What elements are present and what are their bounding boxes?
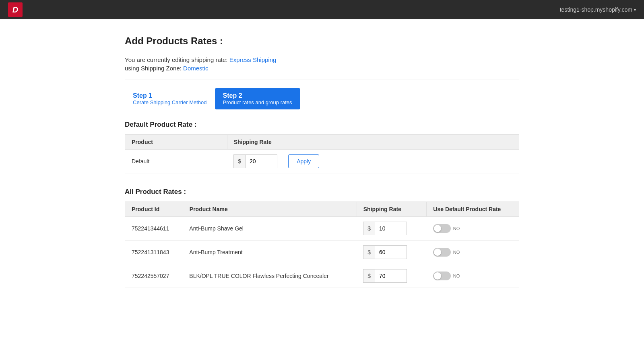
use-default-cell: NO — [427, 264, 519, 288]
default-table-header-row: Product Shipping Rate — [125, 135, 519, 150]
product-id-cell: 752241311843 — [125, 241, 183, 264]
product-name-cell: Anti-Bump Shave Gel — [183, 217, 357, 241]
product-rate-input-group: $ — [363, 222, 411, 235]
store-name-label: testing1-shop.myshopify.com — [560, 6, 632, 13]
product-rate-cell: $ — [357, 264, 427, 288]
divider — [125, 80, 519, 80]
default-rate-row: Default $ Apply — [125, 150, 519, 173]
toggle-label-0: NO — [453, 226, 460, 231]
col-shipping-rate: Shipping Rate — [357, 202, 427, 217]
toggle-0[interactable] — [433, 224, 451, 233]
product-rate-input-2[interactable] — [375, 269, 407, 283]
all-rates-header-row: Product Id Product Name Shipping Rate Us… — [125, 202, 519, 217]
toggle-label-2: NO — [453, 274, 460, 278]
default-col-product: Product — [125, 135, 227, 150]
product-name-cell: Anti-Bump Treatment — [183, 241, 357, 264]
toggle-2[interactable] — [433, 272, 451, 280]
zone-line: using Shipping Zone: Domestic — [125, 65, 519, 72]
step-1-label: Step 1 — [133, 92, 207, 99]
toggle-1[interactable] — [433, 248, 451, 257]
toggle-thumb-1 — [434, 249, 441, 256]
toggle-thumb-0 — [434, 225, 441, 232]
use-default-cell: NO — [427, 241, 519, 264]
toggle-container-1: NO — [433, 248, 512, 257]
product-id-cell: 752242557027 — [125, 264, 183, 288]
currency-prefix-1: $ — [363, 245, 375, 259]
default-product-rate-section: Default Product Rate : Product Shipping … — [125, 121, 519, 173]
step-2-label: Step 2 — [223, 92, 292, 99]
product-row: 752241311843 Anti-Bump Treatment $ NO — [125, 241, 519, 264]
default-rate-cell: $ Apply — [227, 150, 519, 173]
product-rate-input-group: $ — [363, 269, 411, 283]
editing-rate-link[interactable]: Express Shipping — [229, 56, 277, 63]
step-2-sublabel: Product rates and group rates — [223, 99, 292, 105]
default-col-rate: Shipping Rate — [227, 135, 519, 150]
all-rates-title: All Product Rates : — [125, 188, 519, 196]
col-product-id: Product Id — [125, 202, 183, 217]
default-rate-table: Product Shipping Rate Default $ Apply — [125, 134, 519, 173]
default-rate-input-group: $ — [233, 154, 282, 168]
product-id-cell: 752241344611 — [125, 217, 183, 241]
step-2[interactable]: Step 2 Product rates and group rates — [215, 88, 300, 109]
toggle-thumb-2 — [434, 272, 441, 280]
product-row: 752241344611 Anti-Bump Shave Gel $ NO — [125, 217, 519, 241]
chevron-down-icon: ▾ — [634, 8, 636, 12]
default-rate-title: Default Product Rate : — [125, 121, 519, 129]
app-header: D testing1-shop.myshopify.com ▾ — [0, 0, 644, 19]
default-currency-prefix: $ — [233, 154, 245, 168]
toggle-track-0 — [433, 224, 451, 233]
subtitle-section: You are currently editing shipping rate:… — [125, 56, 519, 72]
toggle-label-1: NO — [453, 250, 460, 255]
toggle-container-0: NO — [433, 224, 512, 233]
page-title: Add Products Rates : — [125, 35, 519, 47]
all-rates-table: Product Id Product Name Shipping Rate Us… — [125, 202, 519, 288]
product-name-cell: BLK/OPL TRUE COLOR Flawless Perfecting C… — [183, 264, 357, 288]
default-rate-input[interactable] — [245, 154, 277, 168]
main-content: Add Products Rates : You are currently e… — [101, 19, 543, 304]
product-rate-cell: $ — [357, 217, 427, 241]
step-1-sublabel: Cerate Shipping Carrier Method — [133, 99, 207, 105]
toggle-track-2 — [433, 272, 451, 280]
use-default-cell: NO — [427, 217, 519, 241]
steps-container: Step 1 Cerate Shipping Carrier Method St… — [125, 88, 519, 109]
product-rate-input-group: $ — [363, 245, 411, 259]
product-rate-input-1[interactable] — [375, 245, 407, 259]
logo-icon: D — [8, 2, 23, 17]
toggle-container-2: NO — [433, 272, 512, 280]
product-row: 752242557027 BLK/OPL TRUE COLOR Flawless… — [125, 264, 519, 288]
col-product-name: Product Name — [183, 202, 357, 217]
zone-link[interactable]: Domestic — [183, 65, 208, 72]
header-logo: D — [8, 2, 23, 17]
all-product-rates-section: All Product Rates : Product Id Product N… — [125, 188, 519, 288]
editing-line: You are currently editing shipping rate:… — [125, 56, 519, 63]
product-rate-input-0[interactable] — [375, 222, 407, 235]
toggle-track-1 — [433, 248, 451, 257]
store-selector[interactable]: testing1-shop.myshopify.com ▾ — [560, 6, 636, 13]
default-product-label: Default — [125, 150, 227, 173]
currency-prefix-0: $ — [363, 222, 375, 235]
product-rate-cell: $ — [357, 241, 427, 264]
step-1[interactable]: Step 1 Cerate Shipping Carrier Method — [125, 88, 215, 109]
col-use-default: Use Default Product Rate — [427, 202, 519, 217]
apply-button[interactable]: Apply — [288, 154, 319, 168]
currency-prefix-2: $ — [363, 269, 375, 283]
